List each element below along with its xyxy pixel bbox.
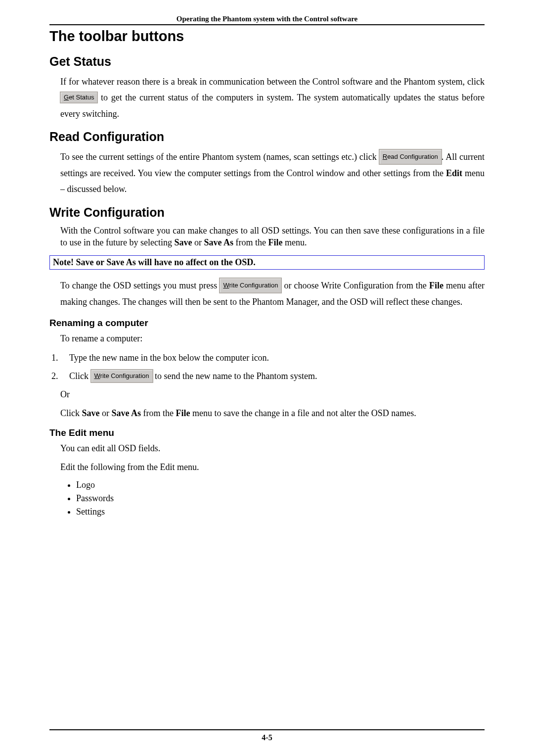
p-read-config: To see the current settings of the entir… [60,149,485,197]
edit-menu-list: Logo Passwords Settings [76,480,485,517]
list-item: Logo [76,480,485,490]
h3-renaming: Renaming a computer [49,318,485,329]
btn-rest: rite Configuration [229,282,278,289]
write-configuration-button[interactable]: Write Configuration [91,370,153,382]
saveas-word: Save As [204,237,233,247]
text: To see the current settings of the entir… [60,152,379,162]
h2-get-status: Get Status [49,54,485,69]
or-text: Or [60,388,485,400]
write-configuration-button[interactable]: Write Configuration [220,278,281,292]
h2-read-configuration: Read Configuration [49,130,485,144]
get-status-button[interactable]: Get Status [60,92,97,103]
text: from the [141,408,176,418]
btn-ul: G [64,94,69,101]
text: or [192,237,204,247]
text: To change the OSD settings you must pres… [60,281,220,290]
p-editmenu-2: Edit the following from the Edit menu. [60,461,485,473]
text: from the [233,237,268,247]
page-header: Operating the Phantom system with the Co… [49,15,485,25]
btn-rest: ead Configuration [387,153,438,160]
p-get-status: If for whatever reason there is a break … [60,74,485,122]
btn-ul: W [94,372,100,379]
h3-edit-menu: The Edit menu [49,427,485,438]
list-item: Settings [76,507,485,517]
text: to get the current status of the compute… [60,93,485,118]
file-word: File [268,237,282,247]
list-item: Click Write Configuration to send the ne… [60,370,485,383]
rename-steps: Type the new name in the box below the c… [60,351,485,383]
file-word: File [176,408,190,418]
text: Click [60,408,82,418]
page-footer: 4-5 [49,729,485,742]
text: to send the new name to the Phantom syst… [155,371,317,381]
text: or [100,408,112,418]
h2-write-configuration: Write Configuration [49,205,485,220]
text: If for whatever reason there is a break … [60,77,485,87]
btn-ul: R [383,153,387,160]
text: menu to save the change in a file and no… [190,408,416,418]
p-rename-alt: Click Save or Save As from the File menu… [60,407,485,419]
text: or choose Write Configuration from the [284,281,429,290]
saveas-word: Save As [112,408,141,418]
list-item: Passwords [76,493,485,504]
note-box: Note! Save or Save As will have no affec… [49,255,485,270]
h1-toolbar-buttons: The toolbar buttons [49,28,485,45]
btn-ul: W [223,282,229,289]
p-rename-intro: To rename a computer: [60,332,485,344]
text: menu. [282,237,307,247]
p-write-config-1: With the Control software you can make c… [60,225,485,249]
list-item: Type the new name in the box below the c… [60,351,485,365]
btn-rest: et Status [69,94,94,101]
save-word: Save [82,408,100,418]
p-write-config-2: To change the OSD settings you must pres… [60,278,485,310]
file-word: File [429,281,444,290]
save-word: Save [174,237,192,247]
text: Click [69,371,91,381]
edit-word: Edit [446,168,462,178]
p-editmenu-1: You can edit all OSD fields. [60,442,485,454]
read-configuration-button[interactable]: Read Configuration [379,149,442,164]
btn-rest: rite Configuration [100,372,149,379]
